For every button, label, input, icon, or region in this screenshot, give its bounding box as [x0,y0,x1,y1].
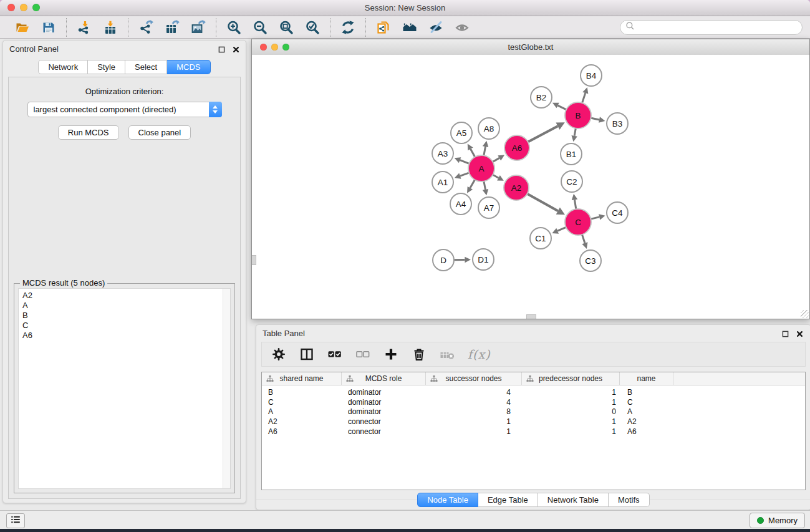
svg-text:C: C [575,218,581,227]
graph-node-A[interactable]: A [468,155,494,181]
import-network-icon[interactable] [76,19,92,36]
network-canvas[interactable]: B4B2BB3A8A5A6A3B1AA1C2A2A4A7C4CC1C3DD1 [252,55,809,319]
graph-node-A2[interactable]: A2 [504,175,529,200]
graph-node-A8[interactable]: A8 [478,118,499,139]
mcds-result-item[interactable]: B [22,311,230,321]
search-icon [625,21,635,33]
graph-node-C2[interactable]: C2 [561,171,582,192]
export-table-icon[interactable] [164,19,180,36]
search-box[interactable] [620,20,803,35]
zoom-out-icon[interactable] [252,19,268,36]
graph-node-B3[interactable]: B3 [607,113,628,134]
graph-node-C3[interactable]: C3 [580,250,601,271]
column-header[interactable]: shared name [262,372,342,385]
column-header[interactable]: predecessor nodes [522,372,620,385]
splitter-handle-bottom[interactable] [526,314,536,319]
tab-mcds[interactable]: MCDS [167,60,210,74]
table-cell: 1 [522,417,620,426]
delete-column-icon[interactable] [412,347,427,362]
close-panel-button[interactable]: Close panel [128,125,191,140]
zoom-in-icon[interactable] [226,19,242,36]
graph-node-A7[interactable]: A7 [478,197,499,218]
graph-node-C[interactable]: C [565,209,591,235]
graph-node-D[interactable]: D [433,249,454,271]
column-type-icon [266,375,274,384]
column-header[interactable]: MCDS role [342,372,426,385]
graph-edge[interactable] [527,126,558,142]
table-row[interactable]: Cdominator41C [262,397,805,407]
svg-text:A8: A8 [484,124,494,133]
splitter-handle-left[interactable] [252,255,256,265]
column-header[interactable]: name [620,372,673,385]
tab-style[interactable]: Style [88,60,125,74]
add-column-icon[interactable] [383,347,398,362]
graph-node-A3[interactable]: A3 [432,143,453,164]
import-table-icon[interactable] [102,19,118,36]
graph-node-C1[interactable]: C1 [530,228,551,249]
tab-select[interactable]: Select [125,60,167,74]
table-cell: dominator [342,388,426,397]
resize-grip-icon[interactable] [801,310,809,318]
column-label: name [637,374,655,383]
column-header[interactable]: successor nodes [426,372,522,385]
close-panel-icon[interactable] [796,330,803,337]
result-scrollbar[interactable] [223,289,230,488]
mcds-result-item[interactable]: A [22,301,230,311]
graph-node-D1[interactable]: D1 [473,249,494,270]
table-cell: connector [342,427,426,436]
tab-network-table[interactable]: Network Table [538,493,609,507]
svg-text:A1: A1 [438,178,448,187]
task-history-button[interactable] [6,513,25,528]
copy-network-icon[interactable] [375,19,392,36]
columns-icon[interactable] [299,347,314,362]
edge-arrow-icon [599,117,605,122]
memory-button[interactable]: Memory [750,513,805,528]
run-mcds-button[interactable]: Run MCDS [58,125,119,140]
graph-node-A1[interactable]: A1 [432,172,453,193]
float-panel-icon[interactable] [781,330,789,337]
svg-text:C4: C4 [612,208,623,218]
graph-node-B1[interactable]: B1 [561,143,582,165]
gear-icon[interactable] [271,347,286,362]
mcds-result-item[interactable]: A6 [22,331,230,341]
zoom-selected-icon[interactable] [304,19,321,36]
table-row[interactable]: Adominator80A [262,407,805,417]
table-row[interactable]: A6connector11A6 [262,427,805,437]
graph-node-A6[interactable]: A6 [504,135,529,160]
tab-node-table[interactable]: Node Table [417,493,478,507]
close-panel-icon[interactable] [232,46,239,53]
mcds-result-item[interactable]: A2 [22,291,230,301]
graph-node-C4[interactable]: C4 [607,202,628,223]
deselect-all-icon[interactable] [355,347,370,362]
refresh-icon[interactable] [340,19,356,36]
graph-edge[interactable] [526,193,558,211]
open-session-icon[interactable] [14,19,31,36]
node-table: shared nameMCDS rolesuccessor nodesprede… [261,372,806,490]
graph-node-B4[interactable]: B4 [581,65,602,86]
table-row[interactable]: Bdominator41B [262,387,805,397]
export-network-icon[interactable] [138,19,154,36]
save-session-icon[interactable] [41,19,57,36]
graph-node-A5[interactable]: A5 [451,122,472,143]
graph-node-B2[interactable]: B2 [531,87,552,108]
tab-motifs[interactable]: Motifs [609,493,650,507]
float-panel-icon[interactable] [218,46,225,53]
mcds-result-item[interactable]: C [22,321,230,331]
application-window: Session: New Session Control Panel Netwo… [0,0,810,532]
zoom-fit-icon[interactable] [278,19,294,36]
export-image-icon[interactable] [190,19,206,36]
home-icon[interactable] [402,19,418,36]
mcds-result-list[interactable]: A2ABCA6 [18,288,231,489]
search-input[interactable] [638,22,797,32]
tab-edge-table[interactable]: Edge Table [478,493,538,507]
graph-node-B[interactable]: B [565,102,591,128]
network-window-titlebar: testGlobe.txt [252,39,809,56]
table-cell: 1 [522,388,620,397]
show-graphics-icon[interactable] [454,19,470,36]
hide-graphics-icon[interactable] [428,19,444,36]
select-all-icon[interactable] [327,347,342,362]
tab-network[interactable]: Network [38,60,88,74]
table-row[interactable]: A2connector11A2 [262,417,805,427]
criterion-select[interactable]: largest connected component (directed) [27,102,222,117]
graph-node-A4[interactable]: A4 [450,193,471,215]
